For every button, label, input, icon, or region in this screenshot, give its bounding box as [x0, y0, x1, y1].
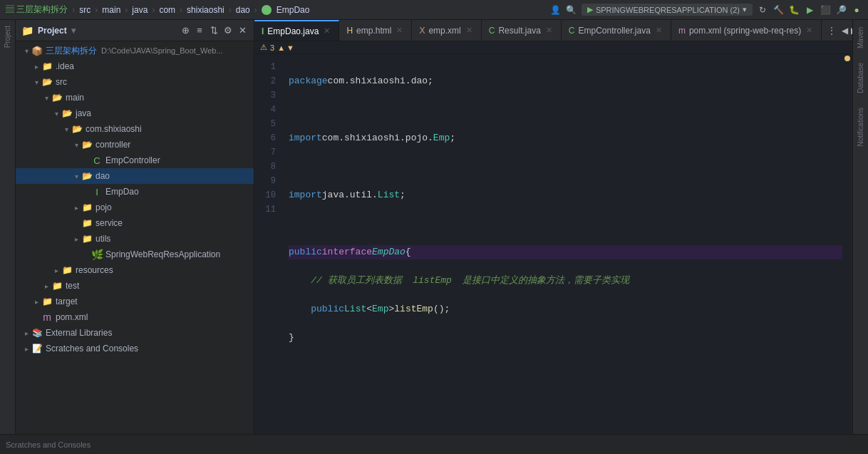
tab-pom-xml[interactable]: m pom.xml (spring-web-req-res) ✕	[671, 20, 822, 41]
empcontroller-tab-label: EmpController.java	[579, 26, 651, 36]
target-folder-icon	[41, 296, 53, 307]
notifications-panel-toggle[interactable]: Notifications	[855, 103, 866, 150]
tab-empcontroller[interactable]: C EmpController.java ✕	[562, 20, 671, 41]
main-folder-icon	[51, 92, 63, 103]
java-folder-icon	[61, 108, 73, 119]
breadcrumb-dao[interactable]: dao	[236, 5, 250, 15]
sidebar-title-icon: 📁	[21, 25, 33, 36]
warning-nav-up[interactable]: ▲	[277, 43, 285, 52]
maven-panel-toggle[interactable]: Maven	[855, 23, 866, 53]
search-icon[interactable]: 🔍	[566, 4, 577, 16]
tree-item-scratches[interactable]: 📝 Scratches and Consoles	[16, 341, 254, 356]
dao-folder-icon	[81, 170, 93, 182]
code-line-2	[289, 103, 842, 117]
user-icon2[interactable]: ●	[851, 4, 862, 16]
tab-emp-html[interactable]: H emp.html ✕	[339, 20, 412, 41]
tree-item-src[interactable]: src	[16, 74, 254, 90]
breadcrumb-com[interactable]: com	[159, 5, 175, 15]
locate-icon[interactable]: ⊕	[180, 25, 191, 36]
empcontroller-label: EmpController	[105, 155, 160, 165]
profile-icon[interactable]: 👤	[550, 4, 562, 16]
tree-item-idea[interactable]: .idea	[16, 58, 254, 74]
scratches-icon: 📝	[31, 343, 43, 354]
project-panel-toggle[interactable]: Project	[2, 23, 13, 51]
tab-scroll-left[interactable]: ◀	[842, 26, 848, 36]
test-arrow	[41, 282, 51, 290]
magnifier-icon[interactable]: 🔎	[835, 4, 847, 16]
tab-emp-xml[interactable]: X emp.xml ✕	[412, 20, 481, 41]
update-icon[interactable]: ↻	[757, 4, 768, 16]
empcontroller-tab-close[interactable]: ✕	[654, 25, 663, 36]
run-config-button[interactable]: ▶ SPRINGWEBREQRESAPPLICATION (2) ▾	[582, 4, 753, 16]
utils-label: utils	[95, 234, 110, 244]
tree-item-external-libs[interactable]: 📚 External Libraries	[16, 325, 254, 341]
tree-item-service[interactable]: service	[16, 215, 254, 231]
src-folder-icon	[41, 76, 53, 88]
tree-item-controller[interactable]: controller	[16, 137, 254, 153]
code-editor[interactable]: 1 2 3 4 5 6 7 8 9 10 11 package com.shix…	[254, 54, 852, 434]
result-tab-close[interactable]: ✕	[544, 25, 554, 36]
breadcrumb-project[interactable]: ▤ 三层架构拆分	[6, 4, 68, 16]
src-arrow	[31, 78, 41, 86]
settings-icon[interactable]: ⚙	[222, 25, 234, 36]
tree-item-target[interactable]: target	[16, 294, 254, 309]
emp-html-tab-icon: H	[346, 26, 353, 36]
controller-folder-icon	[81, 139, 93, 150]
tab-overflow-menu[interactable]: ⋮ ◀ ▶	[822, 26, 852, 36]
code-line-8: // 获取员工列表数据 listEmp 是接口中定义的抽象方法，需要子类实现	[289, 274, 842, 288]
code-line-3: import com.shixiaoshi.pojo.Emp;	[289, 131, 842, 145]
warning-icon: ⚠	[260, 43, 267, 52]
tab-empdao[interactable]: I EmpDao.java ✕	[254, 20, 339, 41]
editor-warnings-bar: ⚠ 3 ▲ ▼	[254, 41, 852, 54]
src-label: src	[56, 77, 67, 87]
sidebar-header: 📁 Project ▾ ⊕ ≡ ⇅ ⚙ ✕	[16, 20, 254, 41]
tree-item-spring-app[interactable]: 🌿 SpringWebReqResApplication	[16, 247, 254, 262]
status-bar: Scratches and Consoles	[0, 434, 868, 454]
tree-item-pom[interactable]: m pom.xml	[16, 309, 254, 325]
close-panel-icon[interactable]: ✕	[237, 25, 248, 36]
tree-item-utils[interactable]: utils	[16, 231, 254, 247]
run-icon[interactable]: ▶	[804, 4, 815, 16]
emp-xml-tab-close[interactable]: ✕	[465, 25, 474, 36]
tree-item-pojo[interactable]: pojo	[16, 200, 254, 215]
emp-xml-tab-icon: X	[419, 26, 425, 36]
tree-root[interactable]: 📦 三层架构拆分 D:\Code\JAVA\Spring_Boot_Web...	[16, 43, 254, 58]
breadcrumb-empdao[interactable]: EmpDao	[277, 5, 310, 15]
tree-item-dao[interactable]: dao	[16, 168, 254, 184]
ext-libs-arrow	[21, 329, 31, 337]
breadcrumb-main[interactable]: main	[102, 5, 120, 15]
emp-html-tab-label: emp.html	[356, 26, 391, 36]
scratches-label: Scratches and Consoles	[46, 344, 138, 354]
pom-tab-close[interactable]: ✕	[805, 25, 814, 36]
code-line-5: import java.util.List;	[289, 188, 842, 202]
dao-label: dao	[95, 171, 110, 181]
code-text[interactable]: package com.shixiaoshi.dao; import com.s…	[283, 54, 842, 434]
emp-html-tab-close[interactable]: ✕	[395, 25, 404, 36]
code-line-7: public interface EmpDao {	[289, 245, 842, 259]
tree-item-empcontroller[interactable]: C EmpController	[16, 153, 254, 168]
empdao-tab-close[interactable]: ✕	[322, 26, 331, 36]
sort-icon[interactable]: ⇅	[208, 25, 219, 36]
tree-item-com-shixiaoshi[interactable]: com.shixiaoshi	[16, 121, 254, 137]
stop-icon[interactable]: ⬛	[820, 4, 831, 16]
tree-item-java[interactable]: java	[16, 105, 254, 121]
code-line-6	[289, 217, 842, 231]
tree-item-resources[interactable]: resources	[16, 262, 254, 278]
project-dropdown-icon[interactable]: ▾	[71, 26, 76, 36]
tree-item-empdao[interactable]: I EmpDao	[16, 184, 254, 200]
breadcrumb-src[interactable]: src	[79, 5, 91, 15]
debug-icon[interactable]: 🐛	[788, 4, 800, 16]
build-icon[interactable]: 🔨	[773, 4, 784, 16]
warning-nav-down[interactable]: ▼	[286, 43, 294, 52]
com-label: com.shixiaoshi	[86, 124, 142, 134]
tree-item-test[interactable]: test	[16, 278, 254, 294]
sidebar-title: 📁 Project ▾	[21, 25, 76, 36]
collapse-all-icon[interactable]: ≡	[194, 25, 205, 36]
breadcrumb-shixiaoshi[interactable]: shixiaoshi	[187, 5, 224, 15]
tab-result[interactable]: C Result.java ✕	[482, 20, 562, 41]
dao-arrow	[71, 172, 81, 180]
top-navigation-bar: ▤ 三层架构拆分 › src › main › java › com › shi…	[0, 0, 868, 20]
database-panel-toggle[interactable]: Database	[855, 58, 866, 98]
tree-item-main[interactable]: main	[16, 90, 254, 105]
breadcrumb-java[interactable]: java	[132, 5, 148, 15]
